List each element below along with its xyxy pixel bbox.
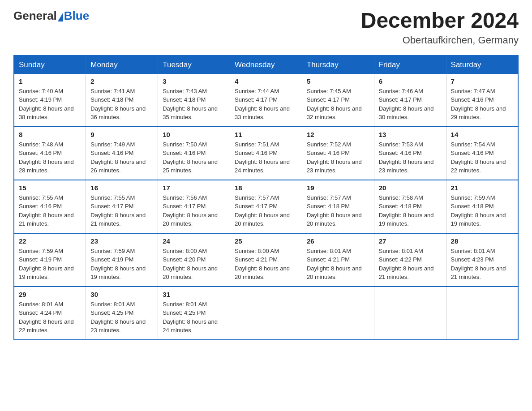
calendar-day-cell: 27Sunrise: 8:01 AMSunset: 4:22 PMDayligh… [374,233,446,287]
day-info: Sunrise: 7:51 AMSunset: 4:16 PMDaylight:… [235,140,297,175]
day-info: Sunrise: 7:49 AMSunset: 4:16 PMDaylight:… [90,140,153,175]
day-number: 7 [451,77,513,85]
calendar-day-cell: 31Sunrise: 8:01 AMSunset: 4:25 PMDayligh… [158,287,230,340]
logo: General Blue [13,9,89,23]
day-info: Sunrise: 7:59 AMSunset: 4:18 PMDaylight:… [451,193,513,228]
logo-blue-text: Blue [64,9,89,23]
calendar-day-cell: 17Sunrise: 7:56 AMSunset: 4:17 PMDayligh… [158,180,230,233]
calendar-day-cell: 3Sunrise: 7:43 AMSunset: 4:18 PMDaylight… [158,74,230,127]
day-info: Sunrise: 7:58 AMSunset: 4:18 PMDaylight:… [379,193,442,228]
day-info: Sunrise: 7:54 AMSunset: 4:16 PMDaylight:… [451,140,513,175]
day-number: 20 [379,184,442,192]
calendar-day-cell: 23Sunrise: 7:59 AMSunset: 4:19 PMDayligh… [86,233,158,287]
calendar-day-cell: 28Sunrise: 8:01 AMSunset: 4:23 PMDayligh… [446,233,518,287]
day-info: Sunrise: 8:01 AMSunset: 4:22 PMDaylight:… [379,247,442,282]
day-number: 28 [451,237,513,245]
calendar-day-cell: 16Sunrise: 7:55 AMSunset: 4:17 PMDayligh… [86,180,158,233]
day-info: Sunrise: 8:01 AMSunset: 4:21 PMDaylight:… [307,247,369,282]
day-number: 27 [379,237,442,245]
day-number: 3 [163,77,225,85]
column-header-saturday: Saturday [446,56,518,74]
calendar-day-cell: 13Sunrise: 7:53 AMSunset: 4:16 PMDayligh… [374,127,446,180]
day-number: 10 [163,131,225,138]
calendar-week-row: 15Sunrise: 7:55 AMSunset: 4:16 PMDayligh… [14,180,518,233]
calendar-day-cell: 9Sunrise: 7:49 AMSunset: 4:16 PMDaylight… [86,127,158,180]
day-info: Sunrise: 8:01 AMSunset: 4:23 PMDaylight:… [451,247,513,282]
calendar-week-row: 29Sunrise: 8:01 AMSunset: 4:24 PMDayligh… [14,287,518,340]
day-number: 30 [90,291,153,298]
day-info: Sunrise: 8:01 AMSunset: 4:25 PMDaylight:… [163,300,225,335]
calendar-week-row: 8Sunrise: 7:48 AMSunset: 4:16 PMDaylight… [14,127,518,180]
day-number: 23 [90,237,153,245]
day-info: Sunrise: 8:00 AMSunset: 4:20 PMDaylight:… [163,247,225,282]
column-header-wednesday: Wednesday [230,56,302,74]
calendar-day-cell: 7Sunrise: 7:47 AMSunset: 4:16 PMDaylight… [446,74,518,127]
calendar-day-cell: 8Sunrise: 7:48 AMSunset: 4:16 PMDaylight… [14,127,86,180]
calendar-week-row: 22Sunrise: 7:59 AMSunset: 4:19 PMDayligh… [14,233,518,287]
calendar-header-row: SundayMondayTuesdayWednesdayThursdayFrid… [14,56,518,74]
location-title: Obertaufkirchen, Germany [361,34,519,46]
day-info: Sunrise: 8:01 AMSunset: 4:25 PMDaylight:… [90,300,153,335]
calendar-table: SundayMondayTuesdayWednesdayThursdayFrid… [13,55,519,340]
calendar-day-cell: 11Sunrise: 7:51 AMSunset: 4:16 PMDayligh… [230,127,302,180]
calendar-day-cell: 4Sunrise: 7:44 AMSunset: 4:17 PMDaylight… [230,74,302,127]
calendar-day-cell [302,287,374,340]
column-header-sunday: Sunday [14,56,86,74]
calendar-day-cell: 20Sunrise: 7:58 AMSunset: 4:18 PMDayligh… [374,180,446,233]
day-number: 21 [451,184,513,192]
day-number: 24 [163,237,225,245]
day-info: Sunrise: 7:43 AMSunset: 4:18 PMDaylight:… [163,87,225,122]
calendar-day-cell: 21Sunrise: 7:59 AMSunset: 4:18 PMDayligh… [446,180,518,233]
calendar-week-row: 1Sunrise: 7:40 AMSunset: 4:19 PMDaylight… [14,74,518,127]
day-info: Sunrise: 7:48 AMSunset: 4:16 PMDaylight:… [19,140,81,175]
column-header-thursday: Thursday [302,56,374,74]
calendar-day-cell: 25Sunrise: 8:00 AMSunset: 4:21 PMDayligh… [230,233,302,287]
day-number: 25 [235,237,297,245]
day-number: 12 [307,131,369,138]
calendar-day-cell [374,287,446,340]
column-header-monday: Monday [86,56,158,74]
day-info: Sunrise: 7:46 AMSunset: 4:17 PMDaylight:… [379,87,442,122]
day-number: 9 [90,131,153,138]
day-info: Sunrise: 7:47 AMSunset: 4:16 PMDaylight:… [451,87,513,122]
day-number: 17 [163,184,225,192]
calendar-day-cell: 30Sunrise: 8:01 AMSunset: 4:25 PMDayligh… [86,287,158,340]
day-number: 18 [235,184,297,192]
day-number: 2 [90,77,153,85]
day-info: Sunrise: 7:40 AMSunset: 4:19 PMDaylight:… [19,87,81,122]
calendar-day-cell: 24Sunrise: 8:00 AMSunset: 4:20 PMDayligh… [158,233,230,287]
day-info: Sunrise: 7:55 AMSunset: 4:16 PMDaylight:… [19,193,81,228]
logo-triangle-icon [58,13,63,21]
day-number: 13 [379,131,442,138]
logo-general-text: General [13,9,57,23]
day-info: Sunrise: 8:00 AMSunset: 4:21 PMDaylight:… [235,247,297,282]
day-number: 16 [90,184,153,192]
column-header-friday: Friday [374,56,446,74]
day-info: Sunrise: 7:57 AMSunset: 4:18 PMDaylight:… [307,193,369,228]
day-number: 29 [19,291,81,298]
calendar-day-cell: 12Sunrise: 7:52 AMSunset: 4:16 PMDayligh… [302,127,374,180]
calendar-day-cell [446,287,518,340]
day-info: Sunrise: 8:01 AMSunset: 4:24 PMDaylight:… [19,300,81,335]
day-info: Sunrise: 7:57 AMSunset: 4:17 PMDaylight:… [235,193,297,228]
day-number: 26 [307,237,369,245]
day-info: Sunrise: 7:59 AMSunset: 4:19 PMDaylight:… [90,247,153,282]
day-number: 1 [19,77,81,85]
title-area: December 2024 Obertaufkirchen, Germany [361,9,519,46]
day-info: Sunrise: 7:55 AMSunset: 4:17 PMDaylight:… [90,193,153,228]
calendar-day-cell: 1Sunrise: 7:40 AMSunset: 4:19 PMDaylight… [14,74,86,127]
day-number: 5 [307,77,369,85]
month-title: December 2024 [361,9,519,33]
calendar-day-cell [230,287,302,340]
day-info: Sunrise: 7:53 AMSunset: 4:16 PMDaylight:… [379,140,442,175]
column-header-tuesday: Tuesday [158,56,230,74]
day-info: Sunrise: 7:56 AMSunset: 4:17 PMDaylight:… [163,193,225,228]
calendar-day-cell: 22Sunrise: 7:59 AMSunset: 4:19 PMDayligh… [14,233,86,287]
calendar-day-cell: 18Sunrise: 7:57 AMSunset: 4:17 PMDayligh… [230,180,302,233]
day-info: Sunrise: 7:52 AMSunset: 4:16 PMDaylight:… [307,140,369,175]
day-number: 11 [235,131,297,138]
day-info: Sunrise: 7:59 AMSunset: 4:19 PMDaylight:… [19,247,81,282]
day-number: 31 [163,291,225,298]
day-number: 4 [235,77,297,85]
day-number: 19 [307,184,369,192]
